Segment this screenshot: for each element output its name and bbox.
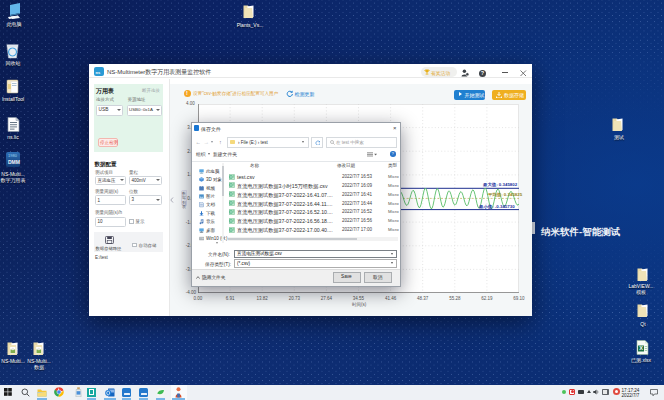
svg-text:X: X <box>639 345 643 351</box>
